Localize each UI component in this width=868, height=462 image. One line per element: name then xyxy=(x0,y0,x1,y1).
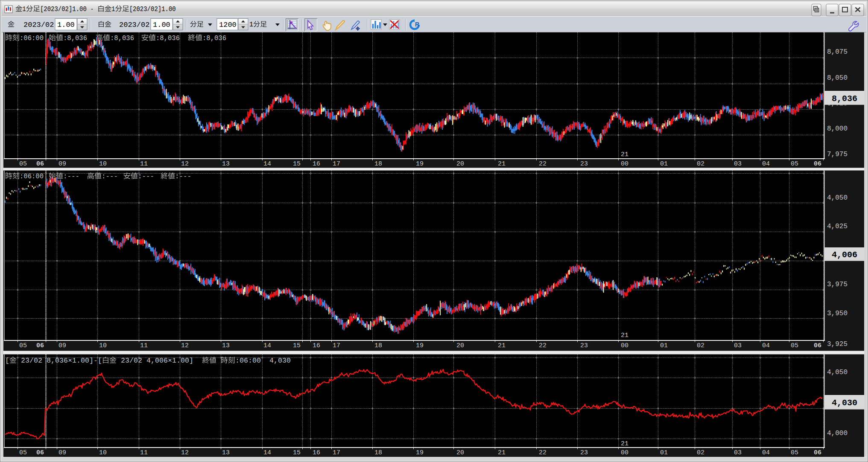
svg-text:[2023/02]1.00: [2023/02]1.00 xyxy=(40,6,87,13)
svg-text:1: 1 xyxy=(111,6,115,13)
svg-text:16: 16 xyxy=(313,342,320,349)
svg-text:1.00: 1.00 xyxy=(153,21,170,29)
svg-text:18: 18 xyxy=(374,449,382,456)
svg-text:03: 03 xyxy=(734,342,742,349)
svg-text::8,036: :8,036 xyxy=(156,35,180,42)
svg-text:10: 10 xyxy=(99,160,107,168)
svg-text::8,036: :8,036 xyxy=(202,35,226,42)
svg-text:8,036×1.00]-[: 8,036×1.00]-[ xyxy=(47,357,102,365)
svg-text:21: 21 xyxy=(498,160,506,168)
svg-text:11: 11 xyxy=(140,342,148,349)
svg-text:19: 19 xyxy=(416,342,424,349)
svg-text::---: :--- xyxy=(138,173,154,180)
svg-text:09: 09 xyxy=(58,342,66,349)
svg-text:8,036: 8,036 xyxy=(832,94,857,104)
svg-text:09: 09 xyxy=(58,160,66,168)
svg-text:06: 06 xyxy=(36,449,44,456)
svg-text:22: 22 xyxy=(539,160,547,168)
svg-text:06: 06 xyxy=(814,160,821,168)
svg-text:23/02: 23/02 xyxy=(21,357,42,365)
svg-text:21: 21 xyxy=(498,342,506,349)
svg-text:17: 17 xyxy=(333,160,340,168)
svg-text:17: 17 xyxy=(333,449,340,456)
svg-text:18: 18 xyxy=(374,160,382,168)
svg-text:4,025: 4,025 xyxy=(827,223,848,230)
svg-text:05: 05 xyxy=(791,342,798,349)
svg-text:23/02: 23/02 xyxy=(121,357,142,365)
svg-text:20: 20 xyxy=(456,342,464,349)
svg-text:4,030: 4,030 xyxy=(832,398,857,408)
svg-text:4,006×1.00]: 4,006×1.00] xyxy=(146,357,193,365)
svg-text:21: 21 xyxy=(621,151,628,158)
svg-text:1: 1 xyxy=(249,21,253,29)
svg-text::---: :--- xyxy=(63,173,79,180)
svg-text:11: 11 xyxy=(140,449,148,456)
svg-text:2023/02: 2023/02 xyxy=(23,21,54,29)
svg-text:12: 12 xyxy=(181,342,189,349)
svg-text:05: 05 xyxy=(19,160,27,168)
svg-text:R: R xyxy=(415,21,419,28)
svg-text:12: 12 xyxy=(181,160,189,168)
svg-text:05: 05 xyxy=(19,342,27,349)
svg-text:-: - xyxy=(91,6,94,13)
svg-text:04: 04 xyxy=(762,449,770,456)
svg-text:04: 04 xyxy=(762,342,770,349)
svg-text:01: 01 xyxy=(660,160,668,168)
svg-text:06: 06 xyxy=(36,342,44,349)
svg-text:13: 13 xyxy=(222,449,230,456)
svg-text::06:00: :06:00 xyxy=(20,35,44,42)
svg-text:06: 06 xyxy=(36,160,44,168)
svg-text:00: 00 xyxy=(621,160,628,168)
svg-text:00: 00 xyxy=(621,449,628,456)
svg-text:03: 03 xyxy=(734,449,742,456)
svg-text:1.00: 1.00 xyxy=(57,21,75,29)
svg-text:05: 05 xyxy=(791,449,798,456)
svg-text:10: 10 xyxy=(99,342,107,349)
svg-text:01: 01 xyxy=(660,342,668,349)
svg-text:16: 16 xyxy=(313,160,320,168)
svg-text::06:00: :06:00 xyxy=(20,173,44,180)
svg-text:21: 21 xyxy=(498,449,506,456)
svg-text:22: 22 xyxy=(539,342,547,349)
svg-text:23: 23 xyxy=(580,449,588,456)
svg-text:05: 05 xyxy=(19,449,27,456)
svg-text:14: 14 xyxy=(263,342,271,349)
svg-text:23: 23 xyxy=(580,160,588,168)
svg-text::8,036: :8,036 xyxy=(63,35,87,42)
svg-text:02: 02 xyxy=(697,342,704,349)
svg-text:[: [ xyxy=(5,357,9,365)
svg-text:11: 11 xyxy=(140,160,148,168)
svg-text:8,075: 8,075 xyxy=(827,48,848,56)
svg-text:09: 09 xyxy=(58,449,66,456)
svg-text:4,030: 4,030 xyxy=(269,357,291,365)
svg-text:04: 04 xyxy=(762,160,770,168)
svg-text:2023/02: 2023/02 xyxy=(119,21,149,29)
svg-text:15: 15 xyxy=(293,449,301,456)
svg-text:06: 06 xyxy=(814,449,821,456)
svg-text:3,950: 3,950 xyxy=(827,310,848,317)
svg-text:10: 10 xyxy=(99,449,107,456)
svg-text:[2023/02]1.00: [2023/02]1.00 xyxy=(129,6,176,13)
svg-text:4,000: 4,000 xyxy=(827,430,848,437)
svg-text::06:00: :06:00 xyxy=(235,357,261,365)
svg-text:1200: 1200 xyxy=(219,21,237,29)
svg-text:18: 18 xyxy=(374,342,382,349)
svg-text:16: 16 xyxy=(313,449,320,456)
svg-text:19: 19 xyxy=(416,160,424,168)
svg-text:20: 20 xyxy=(456,160,464,168)
svg-text:20: 20 xyxy=(456,449,464,456)
svg-text::8,036: :8,036 xyxy=(110,35,134,42)
svg-text:1: 1 xyxy=(23,6,26,13)
svg-text:21: 21 xyxy=(621,440,628,447)
svg-text:14: 14 xyxy=(263,160,271,168)
svg-text:12: 12 xyxy=(181,449,189,456)
svg-text:13: 13 xyxy=(222,342,230,349)
svg-text:03: 03 xyxy=(734,160,742,168)
svg-text:02: 02 xyxy=(697,160,704,168)
svg-text:13: 13 xyxy=(222,160,230,168)
svg-text::---: :--- xyxy=(175,173,191,180)
svg-text:7,975: 7,975 xyxy=(827,151,848,158)
svg-text:8,000: 8,000 xyxy=(827,125,848,133)
svg-text:14: 14 xyxy=(263,449,271,456)
svg-text:8,050: 8,050 xyxy=(827,74,848,82)
